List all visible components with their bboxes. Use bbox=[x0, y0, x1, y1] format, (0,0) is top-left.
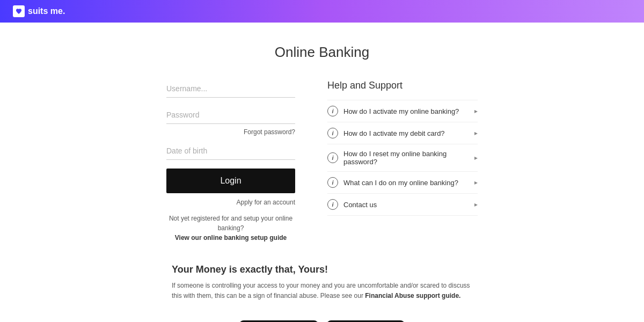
logo-text: suits me. bbox=[28, 6, 65, 16]
financial-abuse-section: Your Money is exactly that, Yours! If so… bbox=[172, 264, 472, 301]
help-title: Help and Support bbox=[327, 80, 478, 91]
chevron-right-icon: ▸ bbox=[474, 201, 478, 208]
help-item[interactable]: i How do I activate my online banking? ▸ bbox=[327, 100, 478, 122]
financial-abuse-link[interactable]: Financial Abuse support guide. bbox=[365, 292, 460, 299]
login-button[interactable]: Login bbox=[166, 169, 295, 193]
forgot-password-link[interactable]: Forgot password? bbox=[244, 128, 295, 136]
info-icon: i bbox=[327, 152, 338, 163]
logo: suits me. bbox=[13, 5, 65, 17]
password-input[interactable] bbox=[166, 106, 295, 124]
username-input[interactable] bbox=[166, 80, 295, 98]
apply-link[interactable]: Apply for an account bbox=[237, 199, 295, 206]
info-icon: i bbox=[327, 199, 338, 210]
chevron-right-icon: ▸ bbox=[474, 129, 478, 137]
login-form: Forgot password? Login Apply for an acco… bbox=[166, 80, 295, 243]
chevron-right-icon: ▸ bbox=[474, 179, 478, 186]
setup-text: Not yet registered for and setup your on… bbox=[166, 214, 295, 243]
forgot-row: Forgot password? bbox=[166, 128, 295, 136]
main-content: Online Banking Forgot password? Login Ap… bbox=[80, 23, 564, 322]
help-item-text: Contact us bbox=[343, 201, 469, 209]
financial-abuse-text: If someone is controlling your access to… bbox=[172, 281, 472, 301]
info-icon: i bbox=[327, 106, 338, 116]
apply-link-row: Apply for an account bbox=[166, 199, 295, 206]
chevron-right-icon: ▸ bbox=[474, 107, 478, 115]
info-icon: i bbox=[327, 128, 338, 138]
setup-guide-link[interactable]: View our online banking setup guide bbox=[175, 234, 287, 241]
setup-line1: Not yet registered for and setup your on… bbox=[169, 215, 292, 232]
help-item-text: How do I activate my online banking? bbox=[343, 107, 469, 115]
logo-icon bbox=[13, 5, 25, 17]
help-item[interactable]: i What can I do on my online banking? ▸ bbox=[327, 172, 478, 194]
content-row: Forgot password? Login Apply for an acco… bbox=[91, 80, 553, 243]
financial-abuse-title: Your Money is exactly that, Yours! bbox=[172, 264, 472, 275]
chevron-right-icon: ▸ bbox=[474, 154, 478, 162]
help-section: Help and Support i How do I activate my … bbox=[327, 80, 478, 243]
help-item-text: What can I do on my online banking? bbox=[343, 179, 469, 187]
header: suits me. bbox=[0, 0, 644, 23]
help-item-contact[interactable]: i Contact us ▸ bbox=[327, 194, 478, 216]
help-item-text: How do I activate my debit card? bbox=[343, 129, 469, 137]
info-icon: i bbox=[327, 177, 338, 188]
dob-input[interactable] bbox=[166, 142, 295, 160]
page-title: Online Banking bbox=[91, 44, 553, 61]
help-item[interactable]: i How do I reset my online banking passw… bbox=[327, 144, 478, 172]
help-item-text: How do I reset my online banking passwor… bbox=[343, 150, 469, 166]
help-item[interactable]: i How do I activate my debit card? ▸ bbox=[327, 122, 478, 144]
